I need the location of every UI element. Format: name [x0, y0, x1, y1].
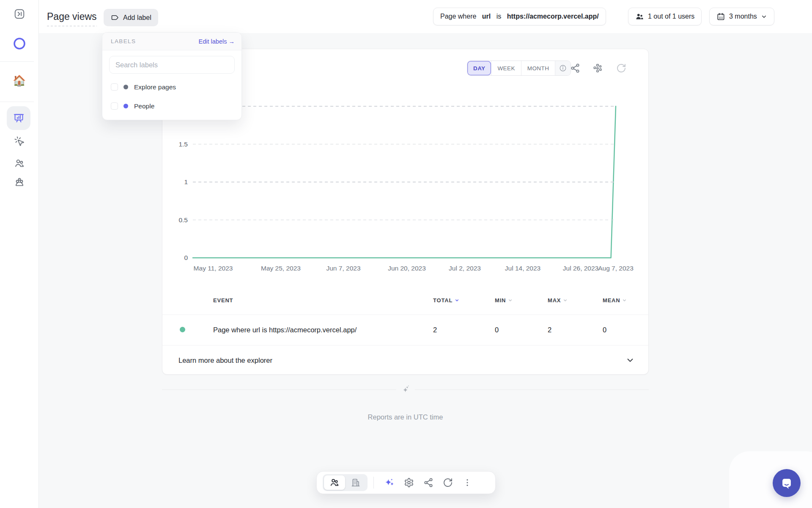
- tag-icon: [110, 13, 119, 22]
- table-header: EVENTTOTALMINMAXMEAN: [162, 286, 648, 315]
- utc-note: Reports are in UTC time: [162, 413, 649, 421]
- settings-button[interactable]: [399, 474, 419, 491]
- sidebar-item-events[interactable]: [14, 135, 25, 147]
- column-header-label: TOTAL: [433, 297, 453, 304]
- labels-search-wrap: [102, 50, 241, 77]
- breakdown-blocks-button[interactable]: [593, 63, 603, 73]
- info-icon: [559, 64, 567, 72]
- labels-popover-title: LABELS: [111, 38, 136, 44]
- granularity-day-label: DAY: [473, 65, 485, 72]
- granularity-day-button[interactable]: DAY: [467, 61, 491, 75]
- logo-ring-icon: [13, 37, 26, 50]
- building-icon: [351, 478, 361, 488]
- label-options: Explore pagesPeople: [102, 77, 241, 116]
- sidebar-item-home[interactable]: 🏠: [12, 73, 27, 88]
- column-header-label: MAX: [548, 297, 561, 304]
- ai-insights-button[interactable]: [380, 474, 399, 491]
- y-axis: 00.511.52: [162, 106, 188, 258]
- filter-operator: is: [494, 13, 503, 20]
- gridline: [193, 106, 616, 107]
- workspace-logo-button[interactable]: [13, 37, 26, 50]
- edit-labels-link[interactable]: Edit labels →: [199, 38, 235, 45]
- table-body: Page where url is https://acmecorp.verce…: [162, 315, 648, 345]
- sidebar-item-groups[interactable]: [14, 177, 25, 188]
- share-report-button[interactable]: [419, 474, 438, 491]
- divider-line: [162, 389, 396, 390]
- label-color-dot: [123, 104, 128, 108]
- column-header-total[interactable]: TOTAL: [433, 297, 495, 304]
- column-header-mean[interactable]: MEAN: [603, 297, 648, 304]
- gridline: [193, 182, 616, 182]
- cell-mean: 0: [603, 326, 648, 334]
- checkbox[interactable]: [111, 83, 118, 91]
- users-filter-pill[interactable]: 1 out of 1 users: [628, 8, 702, 25]
- home-emoji-icon: 🏠: [13, 75, 26, 86]
- granularity-info-button[interactable]: [555, 61, 571, 75]
- column-header-event: EVENT: [213, 297, 433, 304]
- date-range-text: 3 months: [729, 13, 757, 20]
- more-options-button[interactable]: [458, 474, 477, 491]
- add-label-button[interactable]: Add label: [104, 9, 158, 26]
- sidebar-item-users[interactable]: [14, 157, 25, 169]
- page-title[interactable]: Page views: [47, 11, 97, 26]
- x-tick-label: Jul 2, 2023: [449, 265, 481, 272]
- learn-more-row[interactable]: Learn more about the explorer: [162, 345, 648, 375]
- label-option-text: Explore pages: [134, 83, 176, 91]
- refresh-report-button[interactable]: [438, 474, 458, 491]
- label-option[interactable]: Explore pages: [102, 77, 241, 97]
- cell-min: 0: [495, 326, 548, 334]
- sidebar-divider: [0, 102, 34, 102]
- filter-field: url: [482, 13, 491, 20]
- series-color-dot: [180, 327, 185, 332]
- sparkle-icon: [401, 384, 411, 395]
- toolbar-divider: [373, 477, 374, 489]
- column-header-min[interactable]: MIN: [495, 297, 548, 304]
- cell-event: Page where url is https://acmecorp.verce…: [213, 326, 433, 334]
- users-icon: [14, 158, 25, 169]
- granularity-month-label: MONTH: [527, 65, 549, 72]
- sort-chevron-icon: [622, 298, 627, 303]
- ai-sparkle-button[interactable]: [396, 384, 415, 395]
- chart-plot: [193, 106, 616, 258]
- date-range-pill[interactable]: 3 months: [709, 8, 774, 25]
- chevron-down-icon: [761, 14, 767, 20]
- chat-launcher-button[interactable]: [773, 469, 801, 497]
- sort-chevron-icon: [455, 298, 459, 303]
- event-filter-pill[interactable]: Page where url is https://acmecorp.verce…: [433, 8, 606, 25]
- column-header-label: MIN: [495, 297, 506, 304]
- y-tick-label: 1: [162, 178, 188, 186]
- granularity-week-button[interactable]: WEEK: [491, 61, 521, 75]
- gear-icon: [404, 478, 414, 488]
- x-tick-label: Jul 26, 2023: [563, 265, 598, 272]
- sidebar-collapse-button[interactable]: [13, 8, 26, 20]
- x-tick-label: May 25, 2023: [261, 265, 301, 272]
- column-header-max[interactable]: MAX: [548, 297, 603, 304]
- refresh-chart-button[interactable]: [616, 63, 626, 73]
- labels-search-input[interactable]: [109, 56, 235, 74]
- cursor-click-icon: [14, 136, 25, 147]
- checkbox[interactable]: [111, 102, 118, 110]
- x-tick-label: Jul 14, 2023: [505, 265, 540, 272]
- y-tick-label: 1.5: [162, 140, 188, 149]
- table-row[interactable]: Page where url is https://acmecorp.verce…: [162, 315, 648, 345]
- granularity-month-button[interactable]: MONTH: [521, 61, 555, 75]
- cell-max: 2: [548, 326, 603, 334]
- label-option-text: People: [134, 102, 154, 110]
- sidebar-item-reports-active[interactable]: [7, 106, 30, 130]
- toggle-users-button[interactable]: [324, 475, 345, 490]
- label-color-dot: [123, 85, 128, 89]
- events-table: EVENTTOTALMINMAXMEAN Page where url is h…: [162, 286, 648, 374]
- users-icon: [329, 478, 340, 488]
- users-filter-text: 1 out of 1 users: [648, 13, 694, 20]
- share-chart-button[interactable]: [570, 63, 580, 73]
- add-label-text: Add label: [123, 14, 151, 22]
- toggle-companies-button[interactable]: [345, 475, 366, 490]
- column-header-label: MEAN: [603, 297, 620, 304]
- sidebar-divider: [0, 61, 34, 62]
- labels-popover: LABELS Edit labels → Explore pagesPeople: [102, 32, 242, 120]
- label-option[interactable]: People: [102, 97, 241, 116]
- gridline: [193, 220, 616, 221]
- refresh-icon: [616, 63, 626, 73]
- x-axis: May 11, 2023May 25, 2023Jun 7, 2023Jun 2…: [193, 265, 616, 273]
- calendar-icon: [716, 12, 725, 21]
